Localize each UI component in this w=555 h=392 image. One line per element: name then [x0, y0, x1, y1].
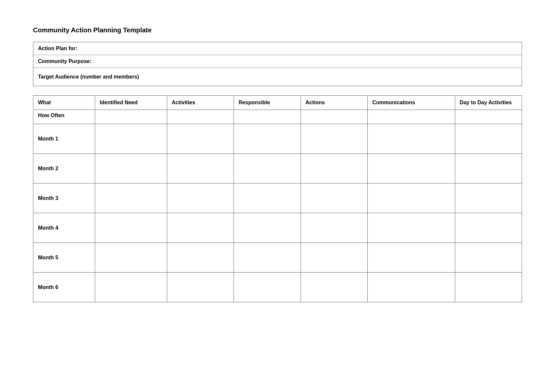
- cell-row1-col2: [167, 124, 234, 154]
- cell-row6-col6: [455, 273, 522, 302]
- cell-row2-col2: [167, 154, 234, 183]
- table-row: Month 1: [33, 124, 522, 154]
- month-label-5: Month 5: [33, 243, 95, 273]
- table-row: Month 3: [33, 183, 522, 213]
- table-row: Month 2: [33, 154, 522, 183]
- action-plan-label: Action Plan for:: [38, 46, 77, 51]
- cell-row5-col4: [301, 243, 367, 273]
- cell-row3-col1: [95, 183, 167, 213]
- month-label-2: Month 2: [33, 154, 95, 183]
- community-purpose-label: Community Purpose:: [38, 58, 92, 64]
- cell-row3-col5: [367, 183, 455, 213]
- page-title: Community Action Planning Template: [33, 26, 522, 34]
- month-label-6: Month 6: [33, 273, 95, 302]
- cell-row6-col4: [301, 273, 367, 302]
- month-label-1: Month 1: [33, 124, 95, 154]
- cell-row3-col3: [234, 183, 301, 213]
- col-header-responsible: Responsible: [234, 96, 301, 110]
- target-audience-row: Target Audience (number and members): [33, 68, 522, 86]
- cell-row2-col6: [455, 154, 522, 183]
- how-often-actions: [301, 110, 367, 124]
- cell-row2-col5: [367, 154, 455, 183]
- info-section: Action Plan for: Community Purpose: Targ…: [33, 42, 522, 86]
- how-often-label: How Often: [33, 110, 95, 124]
- col-header-actions: Actions: [301, 96, 367, 110]
- col-header-what: What: [33, 96, 95, 110]
- cell-row4-col1: [95, 213, 167, 243]
- cell-row1-col4: [301, 124, 367, 154]
- how-often-row: How Often: [33, 110, 522, 124]
- cell-row4-col2: [167, 213, 234, 243]
- cell-row6-col5: [367, 273, 455, 302]
- community-purpose-row: Community Purpose:: [33, 55, 522, 68]
- how-often-communications: [367, 110, 455, 124]
- cell-row4-col4: [301, 213, 367, 243]
- table-row: Month 6: [33, 273, 522, 302]
- cell-row2-col4: [301, 154, 367, 183]
- how-often-identified: [95, 110, 167, 124]
- cell-row1-col5: [367, 124, 455, 154]
- month-label-4: Month 4: [33, 213, 95, 243]
- cell-row4-col3: [234, 213, 301, 243]
- table-row: Month 4: [33, 213, 522, 243]
- cell-row4-col5: [367, 213, 455, 243]
- col-header-identified-need: Identified Need: [95, 96, 167, 110]
- cell-row3-col4: [301, 183, 367, 213]
- cell-row6-col3: [234, 273, 301, 302]
- cell-row5-col2: [167, 243, 234, 273]
- cell-row2-col3: [234, 154, 301, 183]
- action-plan-row: Action Plan for:: [33, 42, 522, 55]
- how-often-dayday: [455, 110, 522, 124]
- cell-row5-col1: [95, 243, 167, 273]
- table-row: Month 5: [33, 243, 522, 273]
- col-header-activities: Activities: [167, 96, 234, 110]
- action-plan-table: What Identified Need Activities Responsi…: [33, 95, 522, 302]
- cell-row3-col2: [167, 183, 234, 213]
- cell-row5-col6: [455, 243, 522, 273]
- target-audience-label: Target Audience (number and members): [38, 74, 139, 80]
- cell-row5-col5: [367, 243, 455, 273]
- how-often-responsible: [234, 110, 301, 124]
- how-often-activities: [167, 110, 234, 124]
- table-header-row: What Identified Need Activities Responsi…: [33, 96, 522, 110]
- col-header-day-to-day: Day to Day Activities: [455, 96, 522, 110]
- cell-row4-col6: [455, 213, 522, 243]
- cell-row1-col3: [234, 124, 301, 154]
- cell-row6-col1: [95, 273, 167, 302]
- col-header-communications: Communications: [367, 96, 455, 110]
- cell-row5-col3: [234, 243, 301, 273]
- cell-row2-col1: [95, 154, 167, 183]
- month-label-3: Month 3: [33, 183, 95, 213]
- cell-row6-col2: [167, 273, 234, 302]
- cell-row3-col6: [455, 183, 522, 213]
- cell-row1-col6: [455, 124, 522, 154]
- cell-row1-col1: [95, 124, 167, 154]
